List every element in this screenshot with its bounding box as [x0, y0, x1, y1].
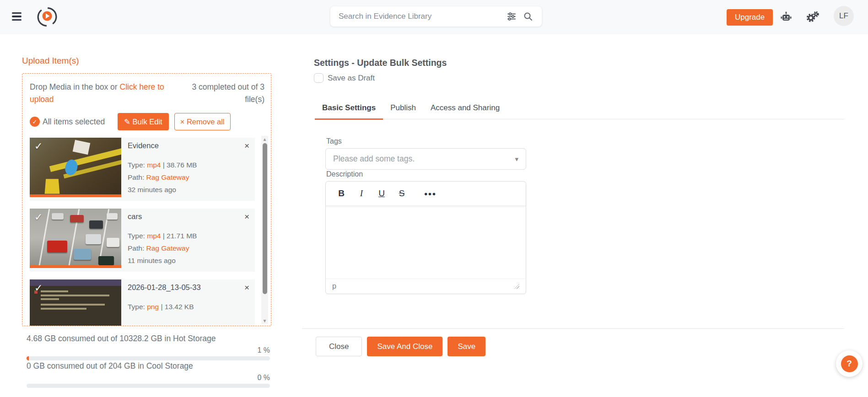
file-row-cars[interactable]: ✓ cars × Type: mp4 | 21.71 MB Path: Rag … [30, 209, 255, 272]
search-icon[interactable] [520, 8, 536, 25]
topbar: Upgrade LF [0, 0, 868, 34]
path-label: Path: [128, 244, 144, 252]
underline-button[interactable]: U [373, 185, 390, 202]
search-input[interactable] [339, 12, 503, 21]
tags-placeholder: Please add some tags. [333, 154, 515, 164]
editor-element-path: p [332, 282, 514, 290]
separator: | [163, 232, 165, 240]
selected-check-icon: ✓ [34, 211, 43, 223]
menu-icon[interactable] [12, 12, 23, 21]
robot-icon[interactable] [778, 9, 794, 25]
settings-gears-icon[interactable] [804, 9, 821, 25]
remove-file-icon[interactable]: × [244, 212, 249, 221]
file-list-scrollbar[interactable]: ▲ ▼ [261, 136, 268, 324]
file-thumbnail: ✓ [30, 209, 121, 268]
editor-toolbar: B I U S ●●● [326, 182, 526, 206]
remove-file-icon[interactable]: × [244, 283, 249, 292]
strikethrough-button[interactable]: S [394, 185, 410, 202]
dropzone-text: Drop Media in the box or [30, 82, 120, 91]
save-as-draft-label: Save as Draft [328, 74, 375, 83]
scroll-down-icon[interactable]: ▼ [261, 318, 268, 323]
avatar[interactable]: LF [834, 6, 854, 26]
tags-label: Tags [326, 137, 342, 145]
file-row-screenshot[interactable]: ✓ 2026-01-28_13-05-33 × Type: png | 13.4… [30, 279, 255, 326]
file-row-evidence[interactable]: ✓ Evidence × Type: mp4 | 38.76 MB Path: … [30, 138, 255, 201]
hot-storage-meter: 4.68 GB consumed out of 10328.2 GB in Ho… [27, 334, 270, 360]
file-name: Evidence [128, 141, 208, 150]
save-button[interactable]: Save [447, 337, 485, 356]
file-path-link[interactable]: Rag Gateway [146, 173, 189, 181]
file-size: 13.42 KB [165, 303, 194, 311]
file-name: cars [128, 212, 208, 221]
file-name: 2026-01-28_13-05-33 [128, 283, 208, 292]
file-time: 32 minutes ago [128, 186, 249, 194]
scroll-up-icon[interactable]: ▲ [261, 137, 268, 142]
more-tools-button[interactable]: ●●● [422, 185, 438, 202]
cool-storage-label: 0 GB consumed out of 204 GB in Cool Stor… [27, 361, 270, 371]
file-type[interactable]: mp4 [147, 161, 161, 169]
upload-progress-bar [30, 194, 121, 197]
file-thumbnail: ✓ [30, 138, 121, 197]
remove-all-label: Remove all [187, 118, 225, 126]
hot-storage-bar [27, 356, 270, 360]
upload-panel-title: Upload Item(s) [22, 56, 79, 66]
separator: | [161, 303, 162, 311]
help-button[interactable]: ? [836, 350, 863, 377]
footer-divider [302, 328, 844, 329]
dropzone-instructions: Drop Media in the box or Click here to u… [30, 81, 167, 106]
question-mark-icon: ? [841, 355, 858, 372]
editor-status-bar: p [326, 279, 526, 294]
type-label: Type: [128, 303, 145, 311]
italic-button[interactable]: I [353, 185, 370, 202]
file-size: 38.76 MB [167, 161, 197, 169]
settings-tabs: Basic Settings Publish Access and Sharin… [315, 99, 844, 119]
file-time: 11 minutes ago [128, 257, 249, 265]
type-label: Type: [128, 232, 145, 240]
type-label: Type: [128, 161, 145, 169]
separator: | [163, 161, 165, 169]
resize-handle[interactable] [514, 284, 519, 289]
bulk-edit-button[interactable]: ✎ Bulk Edit [118, 113, 169, 130]
save-as-draft-checkbox[interactable] [314, 73, 323, 83]
path-label: Path: [128, 173, 144, 181]
cool-storage-meter: 0 GB consumed out of 204 GB in Cool Stor… [27, 361, 270, 388]
app-logo[interactable] [37, 6, 58, 27]
tags-select[interactable]: Please add some tags. ▾ [325, 148, 526, 170]
file-type[interactable]: mp4 [147, 232, 161, 240]
hot-storage-percent: 1 % [27, 346, 270, 354]
save-and-close-button[interactable]: Save And Close [367, 337, 442, 356]
hot-storage-label: 4.68 GB consumed out of 10328.2 GB in Ho… [27, 334, 270, 343]
upload-progress-bar [30, 265, 121, 268]
upload-dropzone[interactable]: Drop Media in the box or Click here to u… [22, 73, 271, 326]
all-items-selected-label: All items selected [43, 117, 105, 127]
selected-check-icon: ✓ [34, 282, 43, 294]
remove-all-button[interactable]: × Remove all [174, 113, 231, 130]
all-selected-check-icon[interactable]: ✓ [30, 117, 40, 127]
file-size: 21.71 MB [167, 232, 197, 240]
search-bar [330, 6, 542, 27]
filter-icon[interactable] [503, 8, 520, 25]
pencil-icon: ✎ [124, 118, 132, 126]
scrollbar-thumb[interactable] [263, 143, 267, 294]
file-type[interactable]: png [147, 303, 159, 311]
upload-file-list: ✓ Evidence × Type: mp4 | 38.76 MB Path: … [30, 138, 255, 326]
tab-basic-settings[interactable]: Basic Settings [315, 99, 383, 120]
bold-button[interactable]: B [333, 185, 350, 202]
description-editor: B I U S ●●● p [325, 181, 526, 294]
remove-file-icon[interactable]: × [244, 141, 249, 150]
close-button[interactable]: Close [316, 337, 362, 356]
cool-storage-bar [27, 384, 270, 388]
tab-publish[interactable]: Publish [383, 99, 423, 119]
selected-check-icon: ✓ [34, 140, 43, 152]
settings-panel-title: Settings - Update Bulk Settings [314, 58, 447, 68]
file-path-link[interactable]: Rag Gateway [146, 244, 189, 252]
chevron-down-icon: ▾ [515, 155, 518, 163]
cool-storage-percent: 0 % [27, 374, 270, 382]
tab-access-and-sharing[interactable]: Access and Sharing [423, 99, 507, 119]
description-label: Description [326, 170, 363, 178]
upload-progress-count: 3 completed out of 3 file(s) [180, 81, 264, 106]
upgrade-button[interactable]: Upgrade [727, 9, 773, 26]
close-icon: × [180, 118, 185, 126]
editor-content-area[interactable] [326, 206, 526, 279]
file-thumbnail: ✓ [30, 279, 121, 326]
